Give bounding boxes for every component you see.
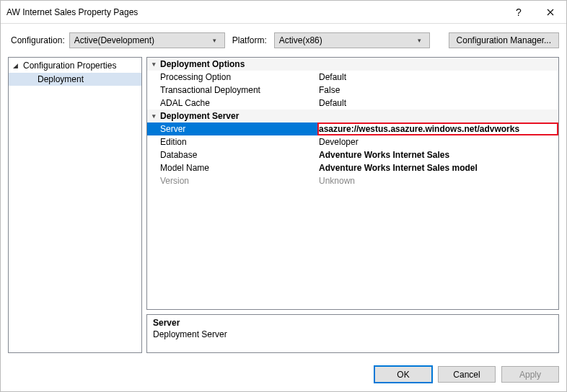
prop-model-name[interactable]: Model Name Adventure Works Internet Sale… xyxy=(147,161,558,174)
platform-value: Active(x86) xyxy=(279,35,413,45)
body-split: ◢ Configuration Properties Deployment ▾ … xyxy=(1,57,566,359)
prop-name: Edition xyxy=(160,137,187,147)
configuration-label: Configuration: xyxy=(11,35,65,45)
prop-edition[interactable]: Edition Developer xyxy=(147,135,558,148)
prop-name: Model Name xyxy=(160,163,209,173)
title-bar: AW Internet Sales Property Pages ? xyxy=(1,1,566,24)
prop-name: Version xyxy=(160,176,189,186)
window-title: AW Internet Sales Property Pages xyxy=(6,7,503,17)
apply-button: Apply xyxy=(501,366,559,383)
ok-button[interactable]: OK xyxy=(374,366,432,383)
chevron-down-icon: ▾ xyxy=(413,37,426,44)
prop-name: Database xyxy=(160,150,197,160)
prop-value: Default xyxy=(319,72,346,82)
tree-item-label: Deployment xyxy=(38,74,84,84)
prop-value: False xyxy=(319,85,340,95)
prop-transactional-deployment[interactable]: Transactional Deployment False xyxy=(147,84,558,97)
category-label: Deployment Server xyxy=(160,111,239,121)
cancel-button[interactable]: Cancel xyxy=(438,366,496,383)
prop-version: Version Unknown xyxy=(147,174,558,187)
prop-value: Adventure Works Internet Sales xyxy=(319,150,449,160)
description-title: Server xyxy=(153,318,553,328)
category-deployment-options[interactable]: ▾ Deployment Options xyxy=(147,58,558,71)
tree-item-deployment[interactable]: Deployment xyxy=(9,73,141,86)
prop-name: ADAL Cache xyxy=(160,98,210,108)
tree-root-label: Configuration Properties xyxy=(23,61,116,71)
tree-root-configuration-properties[interactable]: ◢ Configuration Properties xyxy=(9,59,141,72)
configuration-manager-label: Configuration Manager... xyxy=(457,35,551,45)
dialog-buttons: OK Cancel Apply xyxy=(1,359,566,391)
prop-server[interactable]: Server asazure://westus.asazure.windows.… xyxy=(147,122,558,135)
platform-label: Platform: xyxy=(232,35,267,45)
prop-processing-option[interactable]: Processing Option Default xyxy=(147,71,558,84)
prop-value: Developer xyxy=(319,137,359,147)
config-row: Configuration: Active(Development) ▾ Pla… xyxy=(1,24,566,57)
close-icon xyxy=(547,9,554,16)
prop-adal-cache[interactable]: ADAL Cache Default xyxy=(147,97,558,110)
prop-value: Unknown xyxy=(319,176,355,186)
prop-name: Server xyxy=(160,124,185,134)
help-button[interactable]: ? xyxy=(503,1,535,23)
category-collapse-icon[interactable]: ▾ xyxy=(152,112,156,120)
platform-dropdown[interactable]: Active(x86) ▾ xyxy=(274,32,430,48)
tree-collapse-icon[interactable]: ◢ xyxy=(13,62,20,69)
configuration-value: Active(Development) xyxy=(74,35,208,45)
configuration-dropdown[interactable]: Active(Development) ▾ xyxy=(69,32,225,48)
description-text: Deployment Server xyxy=(153,329,553,339)
prop-value: asazure://westus.asazure.windows.net/adv… xyxy=(319,124,519,134)
tree-view[interactable]: ◢ Configuration Properties Deployment xyxy=(8,57,142,353)
category-label: Deployment Options xyxy=(160,59,245,69)
configuration-manager-button[interactable]: Configuration Manager... xyxy=(449,32,559,48)
prop-name: Processing Option xyxy=(160,72,231,82)
property-panel: ▾ Deployment Options Processing Option D… xyxy=(146,57,559,353)
prop-value: Default xyxy=(319,98,346,108)
chevron-down-icon: ▾ xyxy=(208,37,221,44)
description-panel: Server Deployment Server xyxy=(146,314,559,353)
prop-name: Transactional Deployment xyxy=(160,85,260,95)
category-collapse-icon[interactable]: ▾ xyxy=(152,61,156,68)
close-button[interactable] xyxy=(535,1,566,23)
prop-value: Adventure Works Internet Sales model xyxy=(319,163,478,173)
category-deployment-server[interactable]: ▾ Deployment Server xyxy=(147,110,558,122)
property-grid[interactable]: ▾ Deployment Options Processing Option D… xyxy=(146,57,559,310)
prop-database[interactable]: Database Adventure Works Internet Sales xyxy=(147,148,558,161)
